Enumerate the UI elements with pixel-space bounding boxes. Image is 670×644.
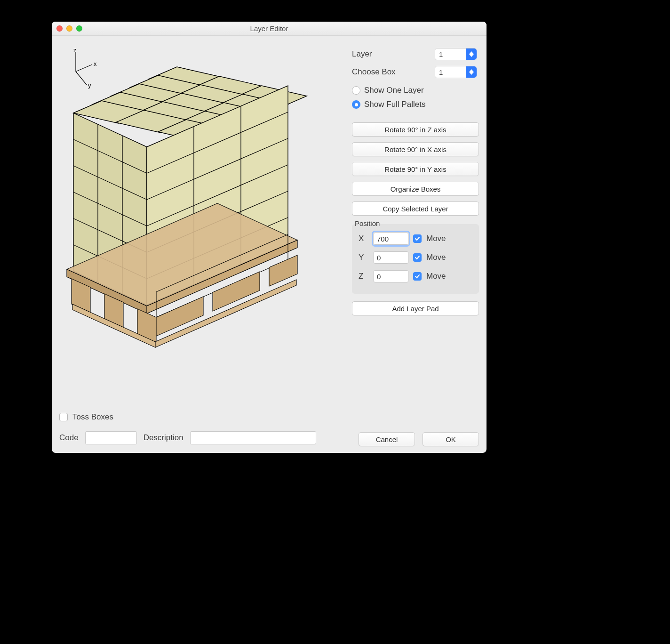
window-title: Layer Editor [52, 24, 487, 32]
position-z-row: Z Move [359, 270, 472, 282]
stepper-icon[interactable] [466, 48, 477, 60]
content-area: z x y [52, 36, 487, 453]
z-move-label: Move [426, 272, 446, 281]
rotate-y-button[interactable]: Rotate 90° in Y axis [352, 162, 479, 176]
code-label: Code [59, 433, 79, 443]
rotate-x-button[interactable]: Rotate 90° in X axis [352, 142, 479, 156]
description-label: Description [144, 433, 183, 443]
view-mode-radiogroup: Show One Layer Show Full Pallets [352, 86, 479, 109]
show-one-layer-radio[interactable]: Show One Layer [352, 86, 479, 95]
check-icon [415, 236, 420, 242]
y-move-checkbox[interactable] [413, 253, 422, 262]
position-legend: Position [354, 219, 381, 227]
z-move-checkbox[interactable] [413, 272, 422, 281]
layer-row: Layer 1 [352, 48, 479, 60]
toss-boxes-label: Toss Boxes [72, 412, 113, 422]
pallet-3d-viewer[interactable]: z x y [59, 43, 340, 350]
layer-label: Layer [352, 49, 435, 59]
x-label: X [359, 234, 369, 243]
pallet-drawing [59, 43, 340, 350]
cancel-button[interactable]: Cancel [359, 432, 415, 446]
rotate-z-button[interactable]: Rotate 90° in Z axis [352, 122, 479, 137]
add-layer-pad-button[interactable]: Add Layer Pad [352, 301, 479, 315]
zoom-icon[interactable] [76, 25, 82, 32]
y-move-label: Move [426, 253, 446, 262]
controls-panel: Layer 1 Choose Box 1 [352, 48, 479, 315]
radio-icon [352, 86, 360, 95]
window-controls [56, 25, 82, 32]
description-input[interactable] [190, 431, 316, 444]
show-full-pallets-radio[interactable]: Show Full Pallets [352, 100, 479, 109]
left-footer: Toss Boxes Code Description [59, 412, 340, 444]
y-input[interactable] [374, 251, 408, 264]
show-full-pallets-label: Show Full Pallets [364, 100, 425, 109]
ok-button[interactable]: OK [423, 432, 479, 446]
close-icon[interactable] [56, 25, 63, 32]
layer-select[interactable]: 1 [435, 48, 477, 60]
choose-box-select[interactable]: 1 [435, 66, 477, 78]
position-x-row: X Move [359, 233, 472, 245]
choose-box-row: Choose Box 1 [352, 66, 479, 78]
layer-select-value: 1 [439, 50, 443, 58]
radio-icon [352, 100, 360, 109]
minimize-icon[interactable] [66, 25, 72, 32]
layer-editor-window: Layer Editor z x y [52, 22, 487, 453]
check-icon [415, 274, 420, 279]
copy-selected-layer-button[interactable]: Copy Selected Layer [352, 201, 479, 216]
position-fieldset: Position X Move Y Move [352, 224, 479, 294]
y-label: Y [359, 253, 369, 262]
check-icon [415, 255, 420, 260]
x-move-checkbox[interactable] [413, 234, 422, 243]
organize-boxes-button[interactable]: Organize Boxes [352, 182, 479, 196]
code-description-row: Code Description [59, 431, 340, 444]
z-label: Z [359, 272, 369, 281]
toss-boxes-checkbox[interactable] [59, 413, 68, 421]
code-input[interactable] [85, 431, 137, 444]
choose-box-value: 1 [439, 68, 443, 76]
toss-boxes-row: Toss Boxes [59, 412, 340, 422]
x-move-label: Move [426, 234, 446, 243]
dialog-footer: Cancel OK [359, 432, 479, 446]
stepper-icon[interactable] [466, 66, 477, 78]
x-input[interactable] [374, 233, 408, 245]
position-y-row: Y Move [359, 251, 472, 264]
z-input[interactable] [374, 270, 408, 282]
show-one-layer-label: Show One Layer [364, 86, 424, 95]
choose-box-label: Choose Box [352, 67, 435, 77]
titlebar: Layer Editor [52, 22, 487, 36]
